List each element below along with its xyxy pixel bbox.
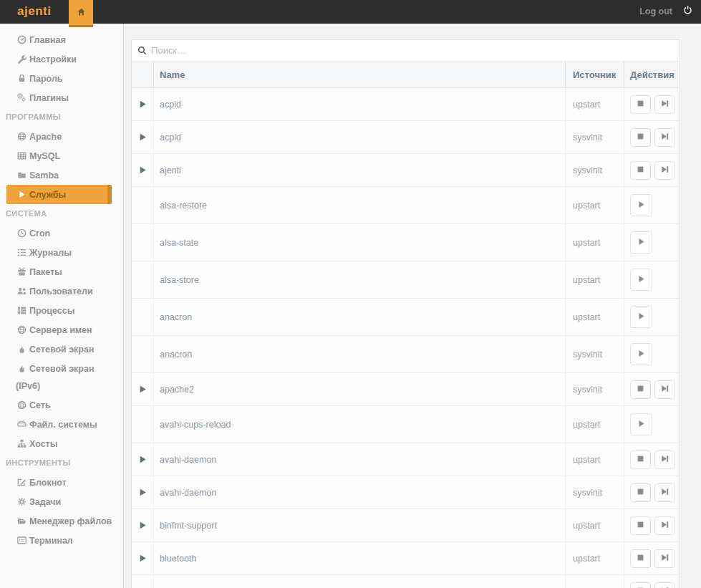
play-icon — [637, 274, 646, 286]
sidebar: ГлавнаяНастройкиПарольПлагиныПРОГРАММЫAp… — [0, 24, 124, 588]
table-row — [132, 575, 680, 588]
service-status — [132, 336, 153, 372]
sidebar-item[interactable]: Журналы — [0, 243, 123, 262]
sidebar-item-label: Сетевой экран (IPv6) — [16, 364, 95, 391]
restart-button[interactable] — [654, 582, 675, 588]
sidebar-item[interactable]: Пароль — [0, 69, 123, 88]
service-source: sysvinit — [565, 373, 624, 405]
sidebar-item[interactable]: Плагины — [0, 88, 123, 107]
start-button[interactable] — [630, 343, 652, 365]
sidebar-item[interactable]: Задачи — [0, 492, 123, 511]
start-button[interactable] — [630, 306, 652, 328]
sidebar-item-label: Сеть — [29, 400, 51, 410]
service-source: upstart — [565, 224, 624, 261]
start-button[interactable] — [630, 231, 652, 254]
sidebar-item[interactable]: Apache — [0, 127, 123, 146]
service-status — [132, 575, 153, 588]
service-name: anacron — [153, 336, 565, 372]
sidebar-item[interactable]: Сервера имен — [0, 320, 123, 339]
start-button[interactable] — [630, 413, 652, 435]
column-header-source[interactable]: Источник — [565, 62, 624, 87]
service-status — [132, 542, 153, 574]
restart-button[interactable] — [654, 516, 675, 535]
sidebar-item-label: Хосты — [29, 439, 57, 449]
play-status-icon — [138, 385, 148, 394]
service-name: binfmt-support — [153, 509, 565, 541]
table-row: avahi-daemon upstart — [132, 443, 680, 476]
search-input[interactable] — [151, 45, 674, 56]
step-forward-icon — [660, 553, 669, 564]
power-button[interactable] — [683, 5, 692, 16]
logout-link[interactable]: Log out — [639, 6, 672, 16]
sidebar-item[interactable]: Сетевой экран (IPv6) — [0, 359, 123, 395]
service-source: upstart — [565, 542, 624, 574]
service-source — [565, 575, 624, 588]
service-source: sysvinit — [565, 154, 624, 186]
fire-icon — [16, 360, 27, 377]
sidebar-item[interactable]: Терминал — [0, 531, 123, 550]
table-row: anacron upstart — [132, 299, 680, 336]
sidebar-item[interactable]: Настройки — [0, 49, 123, 69]
play-icon — [16, 186, 27, 203]
restart-button[interactable] — [654, 549, 675, 568]
stop-button[interactable] — [630, 95, 651, 114]
sidebar-item[interactable]: Сеть — [0, 395, 123, 415]
sidebar-item[interactable]: Cron — [0, 223, 123, 243]
sidebar-item-label: Сетевой экран — [29, 344, 95, 355]
play-status-icon — [138, 488, 148, 497]
stop-button[interactable] — [630, 450, 651, 469]
column-header-name[interactable]: Name — [153, 62, 565, 87]
sidebar-item-active[interactable]: Службы — [6, 185, 112, 204]
stop-button[interactable] — [630, 483, 651, 502]
stop-button[interactable] — [630, 549, 651, 568]
edit-icon — [16, 474, 27, 491]
sidebar-item-label: Службы — [29, 190, 66, 200]
sidebar-item[interactable]: Пользователи — [0, 281, 123, 301]
service-name: apache2 — [153, 373, 565, 405]
restart-button[interactable] — [654, 95, 675, 114]
start-button[interactable] — [630, 269, 652, 291]
step-forward-icon — [660, 586, 669, 588]
table-row: alsa-state upstart — [132, 224, 680, 261]
restart-button[interactable] — [654, 450, 675, 469]
sidebar-section: ИНСТРУМЕНТЫ — [0, 453, 123, 473]
sidebar-item[interactable]: Сетевой экран — [0, 339, 123, 359]
restart-button[interactable] — [654, 380, 675, 399]
sidebar-item[interactable]: Блокнот — [0, 473, 123, 492]
sidebar-item[interactable]: Файл. системы — [0, 415, 123, 434]
restart-button[interactable] — [654, 161, 675, 180]
stop-icon — [636, 520, 645, 531]
service-actions — [624, 121, 680, 153]
table-row: avahi-daemon sysvinit — [132, 476, 680, 509]
stop-button[interactable] — [630, 380, 651, 399]
service-source: upstart — [565, 509, 624, 541]
sidebar-item[interactable]: Главная — [0, 30, 123, 49]
stop-button[interactable] — [630, 161, 651, 180]
service-actions — [624, 476, 680, 509]
sidebar-item[interactable]: MySQL — [0, 146, 123, 165]
sidebar-item[interactable]: Пакеты — [0, 262, 123, 281]
sidebar-item-label: Главная — [29, 35, 66, 45]
column-header-actions: Действия — [624, 62, 680, 87]
sidebar-item[interactable]: Менеджер файлов — [0, 511, 123, 531]
service-name: alsa-restore — [153, 187, 565, 223]
service-actions — [624, 154, 680, 186]
sidebar-item[interactable]: Процессы — [0, 301, 123, 320]
table-row: binfmt-support upstart — [132, 509, 680, 542]
restart-button[interactable] — [654, 483, 675, 502]
service-actions — [624, 373, 680, 405]
restart-button[interactable] — [654, 128, 675, 147]
sidebar-item-label: Пользователи — [29, 286, 93, 297]
home-button[interactable] — [69, 0, 93, 27]
sidebar-item[interactable]: Samba — [0, 165, 123, 185]
stop-button[interactable] — [630, 516, 651, 535]
stop-button[interactable] — [630, 128, 651, 147]
service-name: avahi-daemon — [153, 476, 565, 509]
sidebar-item[interactable]: Хосты — [0, 434, 123, 453]
play-icon — [637, 200, 646, 211]
stop-button[interactable] — [630, 582, 651, 588]
start-button[interactable] — [630, 194, 652, 216]
play-status-icon — [138, 100, 148, 109]
gears-icon — [16, 90, 27, 107]
sidebar-item-label: Пакеты — [29, 267, 62, 277]
